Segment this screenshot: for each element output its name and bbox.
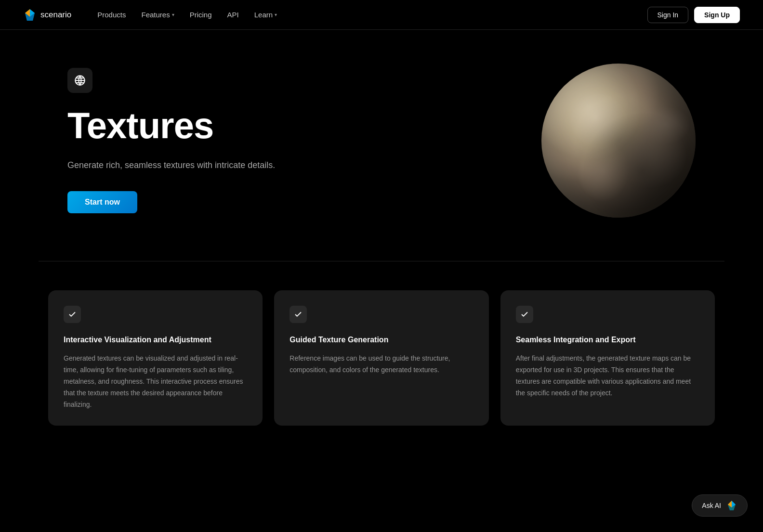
hero-icon-container bbox=[67, 68, 92, 93]
navigation: scenario Products Features ▾ Pricing API… bbox=[0, 0, 763, 30]
ask-ai-logo-icon bbox=[726, 500, 737, 511]
signup-button[interactable]: Sign Up bbox=[694, 7, 740, 23]
nav-features[interactable]: Features ▾ bbox=[134, 7, 181, 23]
cards-grid: Interactive Visualization and Adjustment… bbox=[48, 290, 715, 426]
start-now-button[interactable]: Start now bbox=[67, 191, 137, 213]
card-3-description: After final adjustments, the generated t… bbox=[516, 353, 699, 399]
card-2-description: Reference images can be used to guide th… bbox=[289, 353, 473, 376]
card-1-check-container bbox=[64, 306, 81, 323]
globe-icon bbox=[74, 74, 86, 87]
card-interactive: Interactive Visualization and Adjustment… bbox=[48, 290, 263, 426]
hero-content: Textures Generate rich, seamless texture… bbox=[67, 68, 275, 214]
card-2-check-container bbox=[289, 306, 307, 323]
hero-subtitle: Generate rich, seamless textures with in… bbox=[67, 158, 275, 172]
hero-title: Textures bbox=[67, 106, 275, 145]
check-icon-1 bbox=[68, 310, 77, 319]
ask-ai-button[interactable]: Ask AI bbox=[692, 494, 748, 517]
hero-section: Textures Generate rich, seamless texture… bbox=[0, 30, 763, 261]
logo-link[interactable]: scenario bbox=[23, 8, 71, 22]
check-icon-2 bbox=[294, 310, 303, 319]
nav-links: Products Features ▾ Pricing API Learn ▾ bbox=[91, 7, 647, 23]
features-chevron-icon: ▾ bbox=[172, 12, 174, 17]
signin-button[interactable]: Sign In bbox=[647, 7, 689, 23]
texture-sphere bbox=[541, 64, 696, 218]
learn-chevron-icon: ▾ bbox=[275, 12, 277, 17]
sphere-visual bbox=[541, 64, 696, 218]
hero-visual bbox=[541, 64, 696, 218]
card-1-title: Interactive Visualization and Adjustment bbox=[64, 335, 247, 345]
nav-auth: Sign In Sign Up bbox=[647, 7, 740, 23]
logo-icon bbox=[23, 8, 37, 22]
card-3-title: Seamless Integration and Export bbox=[516, 335, 699, 345]
card-2-title: Guided Texture Generation bbox=[289, 335, 473, 345]
ask-ai-label: Ask AI bbox=[702, 502, 721, 509]
logo-text: scenario bbox=[40, 10, 71, 20]
card-1-description: Generated textures can be visualized and… bbox=[64, 353, 247, 410]
card-guided: Guided Texture Generation Reference imag… bbox=[274, 290, 488, 426]
check-icon-3 bbox=[520, 310, 529, 319]
features-section: Interactive Visualization and Adjustment… bbox=[0, 261, 763, 464]
nav-pricing[interactable]: Pricing bbox=[183, 7, 219, 23]
card-3-check-container bbox=[516, 306, 533, 323]
nav-products[interactable]: Products bbox=[91, 7, 132, 23]
nav-api[interactable]: API bbox=[221, 7, 246, 23]
nav-learn[interactable]: Learn ▾ bbox=[248, 7, 284, 23]
card-export: Seamless Integration and Export After fi… bbox=[500, 290, 715, 426]
